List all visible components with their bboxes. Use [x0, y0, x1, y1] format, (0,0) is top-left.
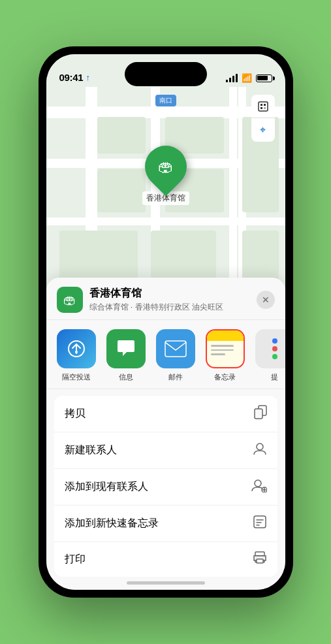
new-contact-label: 新建联系人 — [65, 443, 117, 457]
more-label: 提 — [271, 372, 278, 382]
svg-point-11 — [255, 480, 261, 487]
svg-rect-2 — [264, 104, 266, 106]
share-messages[interactable]: 信息 — [106, 329, 146, 382]
airdrop-icon — [57, 329, 96, 368]
add-contact-label: 添加到现有联系人 — [65, 480, 148, 494]
action-new-contact[interactable]: 新建联系人 — [54, 432, 277, 469]
pin-circle: 🏟 — [136, 137, 195, 197]
print-label: 打印 — [65, 553, 86, 566]
place-description: 综合体育馆 · 香港特别行政区 油尖旺区 — [89, 302, 257, 313]
svg-rect-3 — [260, 107, 262, 109]
print-icon — [253, 551, 267, 568]
copy-icon — [254, 405, 267, 423]
location-pin: 🏟 香港体育馆 — [142, 146, 189, 205]
action-quick-note[interactable]: 添加到新快速备忘录 — [54, 506, 277, 542]
svg-rect-0 — [259, 102, 268, 111]
add-contact-icon — [251, 478, 267, 496]
phone-frame: 09:41 ↑ 📶 — [39, 46, 293, 598]
battery-icon — [256, 74, 272, 82]
map-label: 南口 — [155, 95, 176, 106]
svg-rect-18 — [257, 559, 263, 563]
messages-label: 信息 — [119, 372, 133, 382]
share-notes[interactable]: 备忘录 — [206, 329, 245, 382]
quick-note-label: 添加到新快速备忘录 — [65, 517, 159, 530]
action-print[interactable]: 打印 — [54, 542, 277, 577]
share-mail[interactable]: 邮件 — [156, 329, 195, 382]
signal-icon — [226, 74, 238, 82]
copy-label: 拷贝 — [65, 407, 86, 421]
status-time: 09:41 — [59, 72, 84, 83]
place-logo: 🏟 — [57, 287, 83, 313]
wifi-icon: 📶 — [242, 73, 252, 83]
phone-screen: 09:41 ↑ 📶 — [46, 54, 285, 590]
notes-label: 备忘录 — [214, 372, 236, 382]
close-button[interactable]: ✕ — [257, 291, 275, 309]
place-name: 香港体育馆 — [89, 287, 257, 300]
svg-point-6 — [75, 351, 78, 353]
map-controls: ⌖ — [251, 95, 275, 142]
location-button[interactable]: ⌖ — [251, 118, 275, 142]
status-icons: 📶 — [226, 73, 272, 83]
svg-rect-9 — [255, 409, 262, 419]
bottom-sheet: 🏟 香港体育馆 综合体育馆 · 香港特别行政区 油尖旺区 ✕ — [46, 278, 285, 590]
home-indicator — [127, 581, 205, 585]
map-type-button[interactable] — [251, 95, 275, 118]
svg-rect-1 — [260, 104, 262, 106]
dynamic-island — [125, 62, 207, 86]
svg-rect-7 — [165, 341, 186, 357]
location-arrow-icon: ↑ — [86, 72, 90, 82]
quick-note-icon — [253, 515, 267, 532]
share-more[interactable]: 提 — [255, 329, 285, 382]
action-copy[interactable]: 拷贝 — [54, 396, 277, 432]
action-add-contact[interactable]: 添加到现有联系人 — [54, 469, 277, 506]
svg-rect-4 — [264, 107, 266, 109]
place-logo-icon: 🏟 — [63, 293, 76, 308]
new-contact-icon — [253, 442, 267, 459]
place-header: 🏟 香港体育馆 综合体育馆 · 香港特别行政区 油尖旺区 ✕ — [46, 278, 285, 320]
place-info: 香港体育馆 综合体育馆 · 香港特别行政区 油尖旺区 — [89, 287, 257, 313]
svg-point-10 — [257, 443, 263, 450]
share-row: 隔空投送 信息 — [46, 320, 285, 389]
svg-rect-15 — [254, 516, 266, 528]
mail-label: 邮件 — [168, 372, 183, 382]
mail-icon — [156, 329, 195, 368]
airdrop-label: 隔空投送 — [62, 372, 91, 382]
messages-icon — [106, 329, 146, 368]
share-airdrop[interactable]: 隔空投送 — [57, 329, 96, 382]
svg-rect-16 — [255, 552, 264, 556]
action-list: 拷贝 新建联系人 — [54, 396, 277, 577]
